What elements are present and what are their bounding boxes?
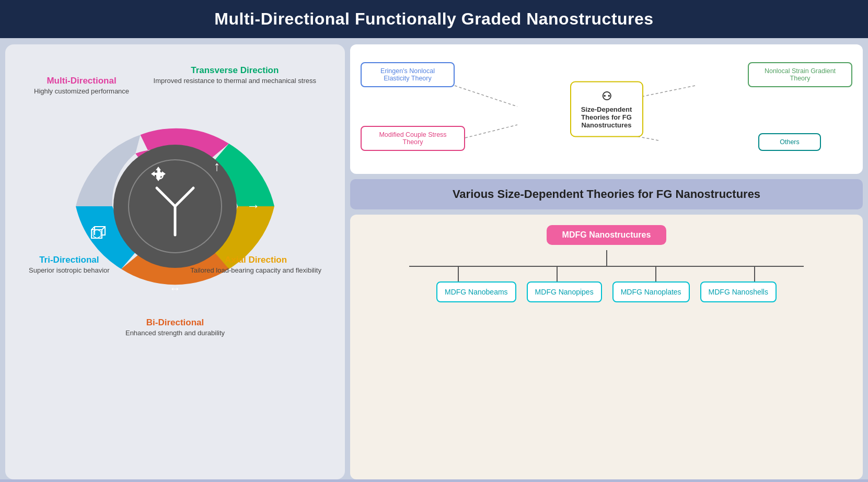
axial-arrow: → xyxy=(247,198,260,214)
svg-rect-8 xyxy=(155,173,162,175)
nanopipes-node: MDFG Nanopipes xyxy=(527,281,602,302)
bi-arrow: ↔ xyxy=(169,282,181,295)
nano-branch-4: MDFG Nanoshells xyxy=(700,281,777,302)
theories-inner: Eringen's Nonlocal Elasticity Theory Non… xyxy=(361,57,852,161)
horizontal-line xyxy=(409,266,804,267)
nano-branch-3: MDFG Nanoplates xyxy=(612,281,690,302)
branch-line-1 xyxy=(458,267,459,281)
nano-branch-1: MDFG Nanobeams xyxy=(436,281,516,302)
bottom-left-label: Variation of Material Properties in FG N… xyxy=(5,479,345,482)
nanoplates-node: MDFG Nanoplates xyxy=(612,281,690,302)
donut-svg: ✛ ⊕ ↑ → ↔ ⬡ xyxy=(55,86,295,326)
right-panel: Eringen's Nonlocal Elasticity Theory Non… xyxy=(350,38,868,479)
center-theory-box: ⚇ Size-Dependent Theories for FG Nanostr… xyxy=(570,81,643,137)
tri-label: Tri-Directional Superior isotropic behav… xyxy=(29,255,110,274)
bottom-right-label: Various MDFG Nanostructures xyxy=(345,479,868,482)
circles-icon: ⚇ xyxy=(580,90,634,103)
branch-line-4 xyxy=(754,267,755,281)
eringen-bubble: Eringen's Nonlocal Elasticity Theory xyxy=(361,62,455,87)
left-panel: Multi-Directional Highly customized perf… xyxy=(5,44,345,479)
nano-tree: MDFG Nanostructures MDFG Nanob xyxy=(366,225,847,302)
svg-line-14 xyxy=(465,125,517,138)
branch-lines xyxy=(409,267,804,281)
transverse-arrow: ↑ xyxy=(214,158,221,174)
bottom-labels: Variation of Material Properties in FG N… xyxy=(0,479,868,482)
size-theories-title: Various Size-Dependent Theories for FG N… xyxy=(350,179,863,209)
branch-line-3 xyxy=(655,267,656,281)
nonlocal-strain-bubble: Nonlocal Strain Gradient Theory xyxy=(748,62,852,87)
root-vertical-line xyxy=(606,250,607,266)
axial-label: Axial Direction Tailored load-bearing ca… xyxy=(190,255,321,274)
nano-branch-2: MDFG Nanopipes xyxy=(527,281,602,302)
nano-root: MDFG Nanostructures xyxy=(547,225,667,245)
donut-diagram: Multi-Directional Highly customized perf… xyxy=(24,55,327,358)
page-title: Multi-Directional Functionally Graded Na… xyxy=(0,0,868,38)
nano-connectors xyxy=(366,250,847,281)
main-content: Multi-Directional Highly customized perf… xyxy=(0,38,868,479)
bi-label: Bi-Directional Enhanced strength and dur… xyxy=(125,318,225,337)
svg-line-12 xyxy=(455,86,517,107)
nano-children: MDFG Nanobeams MDFG Nanopipes MDFG Nanop… xyxy=(436,281,777,302)
nanoshells-node: MDFG Nanoshells xyxy=(700,281,777,302)
nanostructures-box: MDFG Nanostructures MDFG Nanob xyxy=(350,215,863,479)
nanobeams-node: MDFG Nanobeams xyxy=(436,281,516,302)
branch-line-2 xyxy=(557,267,558,281)
modified-couple-bubble: Modified Couple Stress Theory xyxy=(361,126,465,151)
others-bubble: Others xyxy=(758,133,821,151)
header-title: Multi-Directional Functionally Graded Na… xyxy=(214,9,653,28)
theories-box: Eringen's Nonlocal Elasticity Theory Non… xyxy=(350,44,863,174)
transverse-label: Transverse Direction Improved resistance… xyxy=(154,65,316,85)
